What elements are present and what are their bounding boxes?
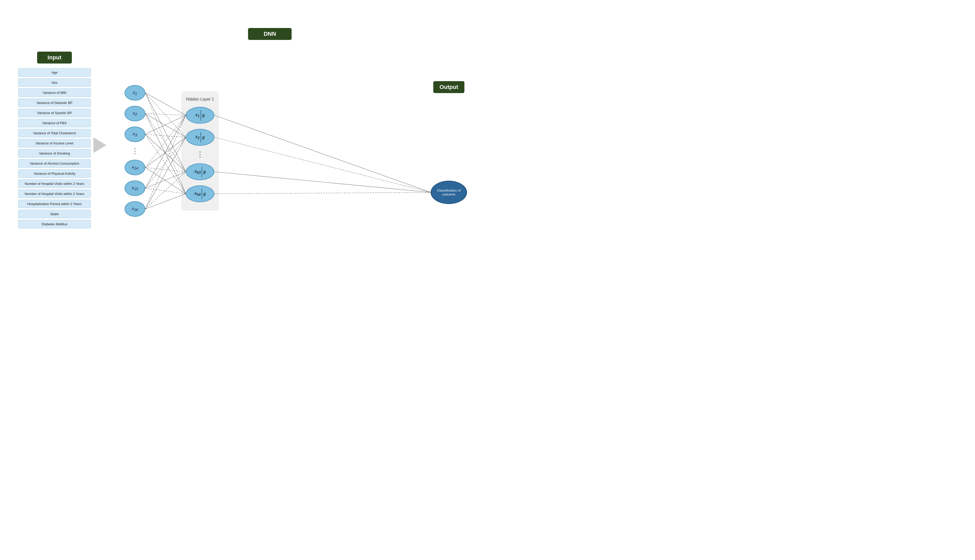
input-node-16: x16 <box>125 201 145 217</box>
nn-diagram: x1x2x3⋮x14x15x16 Hidden Layer 1 x1 g x2 … <box>109 45 431 257</box>
hidden-node-label: x2 <box>195 134 200 140</box>
input-item-2: Variance of BMI <box>18 88 91 97</box>
node-label: x3 <box>133 132 137 137</box>
hidden-node-label: x63 <box>194 169 200 175</box>
input-item-8: Variance of Smoking <box>18 149 91 158</box>
input-node-3: x3 <box>125 127 145 142</box>
hidden-node-g: g <box>202 113 204 118</box>
output-node: Classification of outcome <box>431 181 467 204</box>
input-item-0: Age <box>18 68 91 77</box>
input-item-11: Number of Hospital Visits within 2 Years <box>18 179 91 188</box>
hidden-node-label: x64 <box>194 191 200 197</box>
node-label: x14 <box>132 165 138 170</box>
input-item-6: Variance of Total Cholesterol <box>18 129 91 137</box>
divider <box>200 110 201 120</box>
hidden-dots: ⋮ <box>196 151 204 158</box>
node-label: x15 <box>132 185 138 191</box>
hidden-layer-box: Hidden Layer 1 x1 g x2 g ⋮ x63 g x64 g <box>182 92 219 210</box>
input-node-15: x15 <box>125 180 145 196</box>
input-column: Input AgeSexVariance of BMIVariance of D… <box>18 52 91 228</box>
input-item-12: Number of Hospital Visits within 2 Years <box>18 190 91 198</box>
divider <box>200 132 201 143</box>
hidden-node-63: x63 g <box>186 163 214 180</box>
node-label: x16 <box>132 206 138 212</box>
hidden-layer-label: Hidden Layer 1 <box>186 97 214 102</box>
input-item-7: Variance of Income Level <box>18 139 91 148</box>
input-node-2: x2 <box>125 106 145 121</box>
input-node-1: x1 <box>125 85 145 101</box>
input-header: Input <box>37 52 72 63</box>
input-item-13: Hospitalization Period within 2 Years <box>18 200 91 208</box>
input-item-1: Sex <box>18 78 91 87</box>
divider <box>202 167 202 177</box>
input-list: AgeSexVariance of BMIVariance of Diastol… <box>18 68 91 228</box>
input-item-5: Variance of FBS <box>18 119 91 127</box>
input-item-14: Statin <box>18 210 91 218</box>
input-item-4: Variance of Systolic BP <box>18 108 91 117</box>
input-nodes-column: x1x2x3⋮x14x15x16 <box>125 82 145 219</box>
hidden-node-g: g <box>203 169 205 175</box>
input-node-14: x14 <box>125 160 145 175</box>
hidden-node-2: x2 g <box>186 129 214 146</box>
connections-svg <box>109 45 431 257</box>
hidden-node-g: g <box>202 135 204 140</box>
output-header: Output <box>433 81 464 93</box>
arrow-container <box>91 137 109 153</box>
output-column: Output Classification of outcome <box>428 81 469 204</box>
dnn-header: DNN <box>248 28 292 40</box>
node-label: x1 <box>133 90 137 96</box>
input-item-9: Variance of Alcohol Consumption <box>18 159 91 168</box>
hidden-node-g: g <box>203 191 205 197</box>
hidden-node-64: x64 g <box>186 185 214 202</box>
node-label: x2 <box>133 111 137 117</box>
nn-area: DNN x1x2x3⋮x14x15x16 Hidden Layer 1 x1 g… <box>109 28 431 257</box>
hidden-node-label: x1 <box>195 112 200 118</box>
input-dots: ⋮ <box>131 147 139 155</box>
hidden-node-1: x1 g <box>186 107 214 124</box>
diagram-container: Input AgeSexVariance of BMIVariance of D… <box>8 8 480 272</box>
input-item-15: Diabetes Mellitus <box>18 220 91 228</box>
input-item-3: Variance of Diastolic BP <box>18 98 91 107</box>
input-item-10: Variance of Physical Activity <box>18 169 91 178</box>
hidden-nodes-column: x1 g x2 g ⋮ x63 g x64 g <box>186 104 214 205</box>
right-arrow <box>93 137 106 153</box>
divider <box>202 189 202 199</box>
